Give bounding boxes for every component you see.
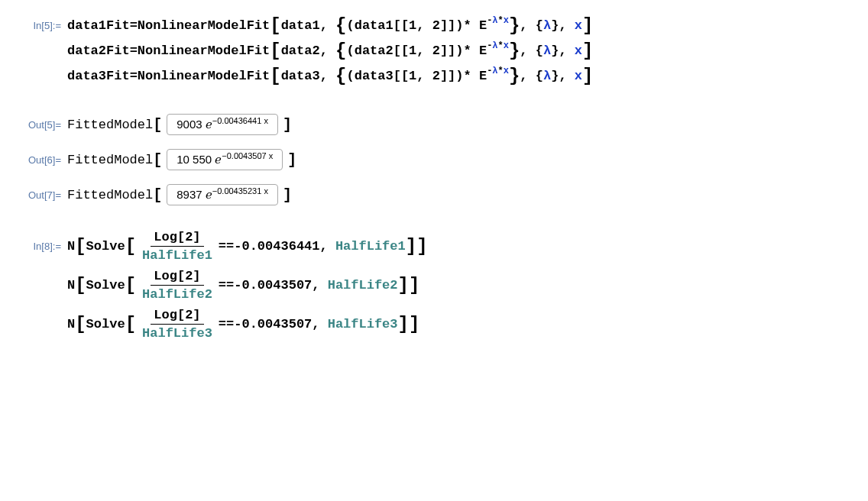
equal-equal: == [219, 239, 234, 254]
comma: , [320, 18, 335, 33]
out-label-7: Out[7]= [8, 189, 67, 201]
fitted-model-label: FittedModel [67, 118, 153, 132]
comma: , [520, 18, 535, 33]
input-group-8: In[8]:= N [ Solve [ Log[2] HalfLife1 == … [8, 230, 860, 347]
fitted-model-6[interactable]: FittedModel [ 10 550 ℯ −0.0043507 x ] [67, 149, 296, 170]
output-row-7: Out[7]= FittedModel [ 8937 ℯ −0.00435231… [8, 184, 860, 205]
fraction: Log[2] HalfLife1 [139, 230, 215, 263]
in-label-5: In[5]:= [8, 20, 67, 31]
close-brace: } [509, 15, 520, 36]
code-line-2: data2Fit = NonlinearModelFit [ data2 , {… [67, 40, 593, 61]
out-label-5: Out[5]= [8, 119, 67, 131]
solve-code-3: N [ Solve [ Log[2] HalfLife3 == -0.00435… [67, 308, 419, 341]
x-var: x [575, 18, 582, 33]
output-row-6: Out[6]= FittedModel [ 10 550 ℯ −0.004350… [8, 149, 860, 170]
rhs-value: -0.00436441 [234, 239, 319, 254]
fitted-exponent: −0.00436441 x [212, 116, 268, 125]
param-symbol: HalfLife1 [335, 239, 406, 254]
in-label-8: In[8]:= [8, 241, 67, 252]
fitted-model-5[interactable]: FittedModel [ 9003 ℯ −0.00436441 x ] [67, 114, 292, 135]
close-bracket: ] [283, 116, 292, 134]
comma: , [559, 18, 574, 33]
input-row-5-line3[interactable]: data3Fit = NonlinearModelFit [ data3 , {… [8, 66, 860, 86]
lambda: λ [543, 18, 551, 33]
solve-row-3[interactable]: N [ Solve [ Log[2] HalfLife3 == -0.00435… [8, 308, 860, 341]
open-bracket: [ [270, 15, 280, 36]
open-bracket: [ [153, 116, 162, 134]
input-row-5-line1[interactable]: In[5]:= data1Fit = NonlinearModelFit [ d… [8, 15, 860, 36]
out-label-6: Out[6]= [8, 154, 67, 166]
fraction-denominator: HalfLife1 [139, 247, 215, 263]
var-name: data3Fit [67, 69, 130, 83]
code-line-1: data1Fit = NonlinearModelFit [ data1 , {… [67, 15, 593, 36]
open-brace-small: { [536, 18, 543, 33]
fitted-expression-box: 9003 ℯ −0.00436441 x [167, 114, 278, 135]
var-name: data2Fit [67, 44, 130, 58]
fn-n: N [67, 239, 75, 254]
fitted-model-7[interactable]: FittedModel [ 8937 ℯ −0.00435231 x ] [67, 184, 292, 205]
star-e: * E [464, 18, 487, 33]
close-bracket: ] [582, 15, 593, 36]
solve-row-2[interactable]: N [ Solve [ Log[2] HalfLife2 == -0.00435… [8, 269, 860, 302]
close-brace-small: } [551, 18, 559, 33]
fn-solve: Solve [86, 239, 125, 254]
code-line-3: data3Fit = NonlinearModelFit [ data3 , {… [67, 66, 593, 86]
fn-name: NonlinearModelFit [138, 18, 270, 33]
solve-code-1: N [ Solve [ Log[2] HalfLife1 == -0.00436… [67, 230, 428, 263]
output-row-5: Out[5]= FittedModel [ 9003 ℯ −0.00436441… [8, 114, 860, 135]
open-brace: { [335, 15, 346, 36]
fraction-numerator: Log[2] [151, 230, 203, 247]
input-row-5-line2[interactable]: data2Fit = NonlinearModelFit [ data2 , {… [8, 40, 860, 61]
arg1: data1 [281, 18, 320, 33]
solve-row-1[interactable]: In[8]:= N [ Solve [ Log[2] HalfLife1 == … [8, 230, 860, 263]
inner-expr: (data1[[1, 2]]) [347, 18, 464, 33]
exponent: -λ*x [487, 18, 509, 33]
eq-sign: = [130, 18, 138, 33]
fitted-base: 9003 ℯ [177, 118, 212, 131]
solve-code-2: N [ Solve [ Log[2] HalfLife2 == -0.00435… [67, 269, 419, 302]
var-name: data1Fit [67, 18, 130, 33]
input-group-5: In[5]:= data1Fit = NonlinearModelFit [ d… [8, 15, 860, 91]
